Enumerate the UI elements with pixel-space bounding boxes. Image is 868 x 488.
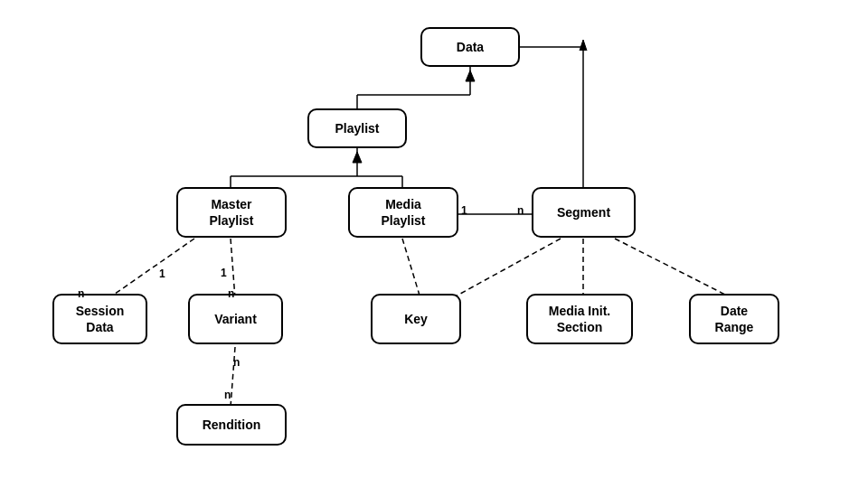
svg-line-14 xyxy=(615,239,732,298)
svg-line-12 xyxy=(452,239,561,298)
connections-svg xyxy=(0,0,868,488)
label-media-seg-1: 1 xyxy=(461,204,467,217)
node-rendition: Rendition xyxy=(176,404,287,446)
diagram: Data Playlist Master Playlist Media Play… xyxy=(0,0,868,488)
label-mp-sd-n: n xyxy=(78,287,84,300)
node-media-playlist: Media Playlist xyxy=(348,187,458,238)
svg-line-8 xyxy=(108,239,194,298)
node-variant: Variant xyxy=(188,294,283,344)
label-media-seg-n: n xyxy=(517,204,524,217)
node-media-init: Media Init. Section xyxy=(526,294,633,344)
label-variant-rend-n1: n xyxy=(233,356,240,369)
node-master-playlist: Master Playlist xyxy=(176,187,287,238)
node-date-range: Date Range xyxy=(689,294,779,344)
node-data: Data xyxy=(420,27,520,67)
node-segment: Segment xyxy=(532,187,636,238)
label-mp-v-n: n xyxy=(228,287,234,300)
node-session-data: Session Data xyxy=(52,294,147,344)
label-mp-sd-1: 1 xyxy=(159,267,165,280)
node-key: Key xyxy=(371,294,461,344)
label-mp-v-1: 1 xyxy=(221,267,227,279)
label-variant-rend-n2: n xyxy=(224,389,231,401)
node-playlist: Playlist xyxy=(307,108,407,148)
svg-line-10 xyxy=(402,239,420,298)
